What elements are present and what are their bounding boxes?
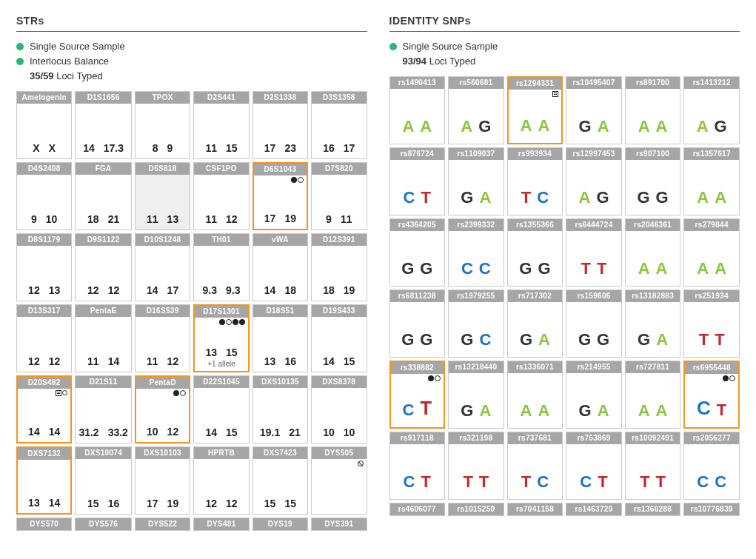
locus-cell[interactable]: D1S16561417.3 <box>75 91 132 159</box>
locus-cell[interactable]: rs1979255GC <box>448 289 504 358</box>
locus-cell[interactable]: D3S13581617 <box>311 91 367 159</box>
locus-cell[interactable]: rs737681TC <box>507 432 563 500</box>
locus-cell[interactable]: DXS1013519.121 <box>252 375 308 443</box>
locus-alleles: 89 <box>136 104 190 158</box>
locus-cell[interactable]: rs1360288 <box>625 503 681 516</box>
locus-cell[interactable]: rs10495407GA <box>566 76 622 144</box>
allele-value: C <box>404 472 415 492</box>
locus-cell[interactable]: PentaE1114 <box>75 304 132 372</box>
locus-cell[interactable]: PentaD1012 <box>135 375 190 443</box>
locus-cell[interactable]: rs1336071AA <box>507 361 563 429</box>
locus-header: rs763869 <box>566 432 621 444</box>
locus-cell[interactable]: rs1490413AA <box>389 76 446 144</box>
locus-cell[interactable]: AmelogeninXX <box>16 91 72 159</box>
locus-cell[interactable]: DYS391 <box>311 518 367 531</box>
locus-cell[interactable]: rs1413212AG <box>683 76 740 144</box>
locus-cell[interactable]: DYS19 <box>252 518 308 531</box>
locus-cell[interactable]: DXS71321314 <box>16 446 72 515</box>
locus-cell[interactable]: D10S12481417 <box>135 233 190 301</box>
locus-cell[interactable]: D19S4331415 <box>311 304 367 372</box>
locus-header: rs1294331 <box>509 78 562 90</box>
locus-cell[interactable]: TH019.39.3 <box>193 233 249 301</box>
allele-value: C <box>537 472 549 492</box>
locus-cell[interactable]: DXS101031719 <box>135 446 190 515</box>
locus-cell[interactable]: TPOX89 <box>135 91 190 159</box>
locus-cell[interactable]: rs917118CT <box>389 432 446 500</box>
locus-cell[interactable]: DXS100741516 <box>75 446 132 515</box>
locus-cell[interactable]: rs1463729 <box>566 503 622 516</box>
locus-cell[interactable]: HPRTB1212 <box>193 446 249 515</box>
locus-cell[interactable]: rs251934TT <box>683 289 740 358</box>
locus-header: rs1360288 <box>626 503 680 515</box>
locus-cell[interactable]: D5S8181113 <box>135 162 190 230</box>
locus-alleles: TT <box>566 231 621 286</box>
locus-cell[interactable]: D21S1131.233.2 <box>75 375 132 443</box>
locus-flag-icons <box>723 375 735 381</box>
locus-cell[interactable]: rs717302GA <box>507 289 563 358</box>
locus-cell[interactable]: DYS576 <box>75 518 132 531</box>
locus-cell[interactable]: DYS522 <box>135 518 190 531</box>
locus-cell[interactable]: rs560681AG <box>448 76 504 144</box>
locus-cell[interactable]: D6S10431719 <box>252 162 308 230</box>
locus-cell[interactable]: rs2046361AA <box>625 218 681 287</box>
dot-h-icon <box>226 319 232 325</box>
locus-cell[interactable]: DYS505 <box>311 446 367 515</box>
locus-cell[interactable]: D22S10451415 <box>193 375 249 443</box>
locus-cell[interactable]: rs159606GG <box>566 289 622 358</box>
locus-cell[interactable]: rs993934TC <box>507 147 563 215</box>
locus-cell[interactable]: D9S11221212 <box>75 233 132 301</box>
locus-cell[interactable]: rs907100GG <box>625 147 681 215</box>
locus-cell[interactable]: rs891700AA <box>625 76 681 144</box>
locus-cell[interactable]: rs763869CT <box>566 432 622 500</box>
locus-cell[interactable]: DXS83781010 <box>311 375 367 443</box>
locus-cell[interactable]: rs10776839 <box>683 503 740 516</box>
locus-cell[interactable]: rs2056277CC <box>683 432 740 500</box>
locus-cell[interactable]: rs727811AA <box>625 361 681 429</box>
locus-cell[interactable]: D8S11791213 <box>16 233 72 301</box>
locus-cell[interactable]: FGA1821 <box>75 162 132 230</box>
locus-cell[interactable]: rs6444724TT <box>566 218 622 287</box>
locus-cell[interactable]: rs214955GA <box>566 361 622 429</box>
locus-cell[interactable]: rs1015250 <box>448 503 504 516</box>
locus-cell[interactable]: D17S13011315+1 allele <box>193 304 249 372</box>
locus-cell[interactable]: CSF1PO1112 <box>193 162 249 230</box>
locus-cell[interactable]: rs6811238GG <box>389 289 446 358</box>
locus-cell[interactable]: rs12997453AG <box>566 147 622 215</box>
locus-cell[interactable]: rs13182883GA <box>625 289 681 358</box>
locus-cell[interactable]: rs6955448CT <box>683 361 740 429</box>
locus-cell[interactable]: rs1109037GA <box>448 147 504 215</box>
locus-cell[interactable]: rs279844AA <box>683 218 740 287</box>
locus-cell[interactable]: DXS74231515 <box>252 446 308 515</box>
locus-cell[interactable]: rs7041158 <box>507 503 563 516</box>
locus-cell[interactable]: rs4606077 <box>389 503 446 516</box>
locus-header: rs13218440 <box>449 361 504 373</box>
locus-cell[interactable]: D2S13381723 <box>252 91 308 159</box>
locus-alleles: TC <box>508 444 563 499</box>
allele-value: G <box>638 330 650 349</box>
locus-cell[interactable]: D16S5391112 <box>135 304 190 372</box>
locus-cell[interactable]: DYS481 <box>193 518 249 531</box>
locus-cell[interactable]: D2S4411115 <box>193 91 249 159</box>
locus-cell[interactable]: D12S3911819 <box>311 233 367 301</box>
allele-value: A <box>479 401 491 421</box>
locus-cell[interactable]: rs1355366GG <box>507 218 563 287</box>
locus-cell[interactable]: rs338882CT <box>389 361 446 429</box>
locus-alleles: 1415 <box>194 388 248 443</box>
locus-cell[interactable]: rs1357617AA <box>683 147 740 215</box>
locus-cell[interactable]: rs876724CT <box>389 147 446 215</box>
locus-cell[interactable]: DYS570 <box>16 518 72 531</box>
locus-cell[interactable]: D20S4821414 <box>16 375 72 443</box>
locus-alleles: AA <box>626 373 680 428</box>
locus-cell[interactable]: D4S2408910 <box>16 162 72 230</box>
locus-cell[interactable]: rs2399332CC <box>448 218 504 287</box>
locus-cell[interactable]: D13S3171212 <box>16 304 72 372</box>
allele-value: A <box>697 188 709 207</box>
locus-cell[interactable]: rs1294331AA <box>507 76 563 144</box>
locus-cell[interactable]: D18S511316 <box>252 304 308 372</box>
locus-cell[interactable]: vWA1418 <box>252 233 308 301</box>
locus-cell[interactable]: rs4364205GG <box>389 218 446 287</box>
locus-cell[interactable]: rs10092491TT <box>625 432 681 500</box>
locus-cell[interactable]: rs321198TT <box>448 432 504 500</box>
locus-cell[interactable]: D7S820911 <box>311 162 367 230</box>
locus-cell[interactable]: rs13218440GA <box>448 361 504 429</box>
